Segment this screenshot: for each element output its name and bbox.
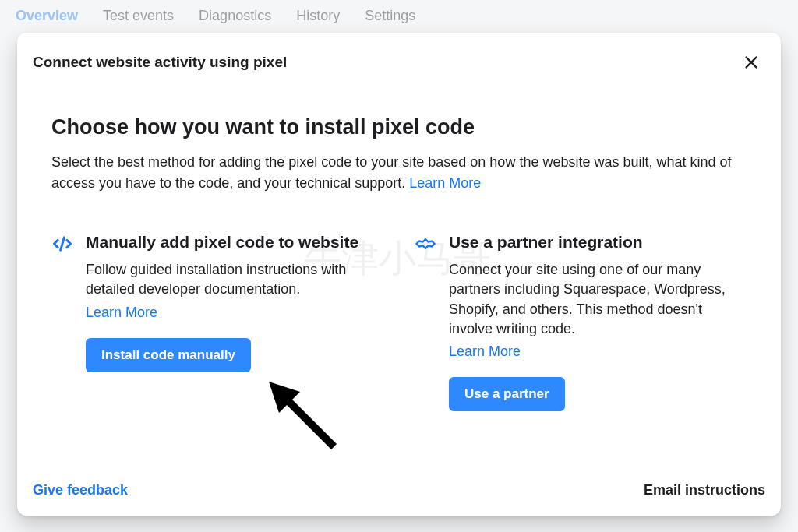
give-feedback-link[interactable]: Give feedback <box>33 482 128 499</box>
modal-header: Connect website activity using pixel <box>17 33 781 87</box>
learn-more-link[interactable]: Learn More <box>409 175 481 191</box>
close-button[interactable] <box>737 48 765 76</box>
modal-title: Connect website activity using pixel <box>33 54 287 71</box>
option-manual-title: Manually add pixel code to website <box>86 231 383 252</box>
email-instructions-link[interactable]: Email instructions <box>644 482 765 499</box>
option-partner-description: Connect your site using one of our many … <box>449 260 747 339</box>
option-partner-title: Use a partner integration <box>449 231 747 252</box>
close-icon <box>743 54 760 71</box>
option-partner-content: Use a partner integration Connect your s… <box>449 231 747 411</box>
handshake-icon <box>415 231 436 411</box>
modal-overlay: Connect website activity using pixel Cho… <box>0 0 798 532</box>
option-partner-learn-more[interactable]: Learn More <box>449 344 747 360</box>
option-manual-learn-more[interactable]: Learn More <box>86 305 383 321</box>
modal-dialog: Connect website activity using pixel Cho… <box>17 33 781 516</box>
svg-line-2 <box>61 238 65 250</box>
option-partner: Use a partner integration Connect your s… <box>415 231 747 411</box>
modal-footer: Give feedback Email instructions <box>17 468 781 516</box>
code-icon <box>51 231 73 411</box>
option-manual-content: Manually add pixel code to website Follo… <box>86 231 383 411</box>
main-heading: Choose how you want to install pixel cod… <box>51 115 747 139</box>
install-manually-button[interactable]: Install code manually <box>86 338 251 372</box>
use-partner-button[interactable]: Use a partner <box>449 377 565 411</box>
install-options: Manually add pixel code to website Follo… <box>51 231 747 411</box>
modal-body: Choose how you want to install pixel cod… <box>17 87 781 468</box>
option-manual: Manually add pixel code to website Follo… <box>51 231 383 411</box>
option-manual-description: Follow guided installation instructions … <box>86 260 383 299</box>
main-description: Select the best method for adding the pi… <box>51 152 747 194</box>
